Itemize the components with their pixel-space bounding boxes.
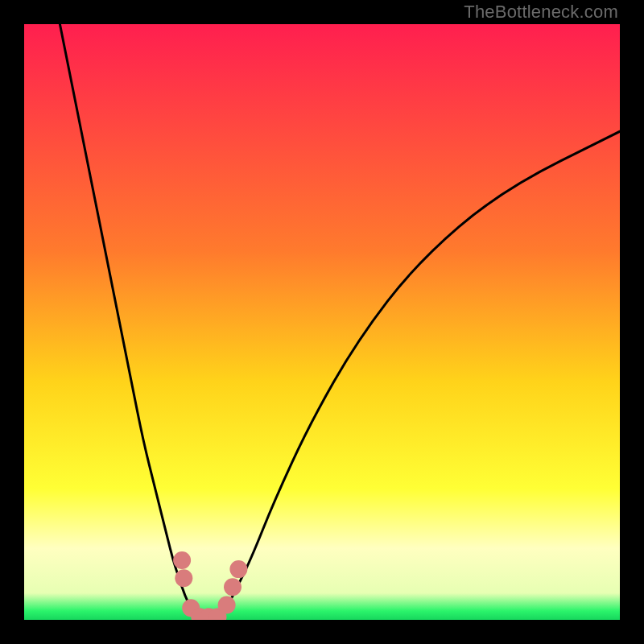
trough-markers (173, 551, 247, 620)
watermark-text: TheBottleneck.com (464, 2, 618, 23)
trough-marker (224, 578, 242, 596)
trough-marker (173, 551, 191, 569)
curve-left-branch (60, 24, 196, 620)
plot-area (24, 24, 620, 620)
trough-marker (175, 569, 192, 587)
trough-marker (218, 597, 236, 614)
chart-frame: TheBottleneck.com (0, 0, 644, 644)
trough-marker (229, 560, 247, 578)
curve-right-branch (221, 131, 620, 620)
curve-layer (24, 24, 620, 620)
